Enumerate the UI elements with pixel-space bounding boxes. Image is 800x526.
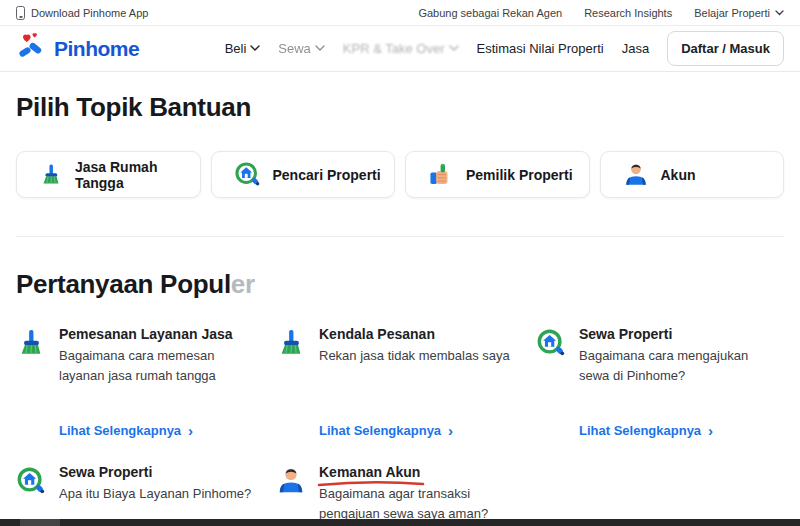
question-title: Pemesanan Layanan Jasa <box>59 326 233 342</box>
popular-title-faded: er <box>231 269 255 299</box>
nav-beli[interactable]: Beli <box>225 41 261 56</box>
chevron-down-icon <box>315 45 325 52</box>
question-body: Bagaimana cara memesan layanan jasa ruma… <box>59 346 260 386</box>
nav-beli-label: Beli <box>225 41 247 56</box>
question-title: Kendala Pesanan <box>319 326 435 342</box>
lihat-selengkapnya-link[interactable]: Lihat Selengkapnya › <box>319 411 453 438</box>
lihat-selengkapnya-link[interactable]: Lihat Selengkapnya › <box>579 411 713 438</box>
person-icon <box>276 466 306 496</box>
brand-wordmark: Pinhome <box>54 37 139 61</box>
footer-edge-highlight <box>20 519 60 526</box>
link-rekan-agen-label: Gabung sebagai Rekan Agen <box>418 7 562 19</box>
download-app-label: Download Pinhome App <box>31 7 148 19</box>
chevron-right-icon: › <box>188 423 193 438</box>
thumb-up-icon <box>428 162 454 188</box>
daftar-masuk-button[interactable]: Daftar / Masuk <box>667 31 784 66</box>
broom-icon <box>16 328 46 358</box>
red-underline-annotation <box>317 479 425 487</box>
house-search-icon <box>16 466 46 496</box>
nav-sewa-label: Sewa <box>278 41 311 56</box>
broom-icon <box>39 162 63 188</box>
page-title-text: Pilih Topik Bantuan <box>16 92 251 122</box>
question-sewa-properti-1: Sewa Properti Bagaimana cara mengajukan … <box>536 326 780 438</box>
link-research-insights-label: Research Insights <box>584 7 672 19</box>
nav-jasa-label: Jasa <box>622 41 649 56</box>
popular-questions-grid: Pemesanan Layanan Jasa Bagaimana cara me… <box>0 300 800 526</box>
nav-kpr-take-over[interactable]: KPR & Take Over <box>343 41 459 56</box>
link-belajar-properti[interactable]: Belajar Properti <box>694 7 784 19</box>
nav-estimasi-nilai-properti[interactable]: Estimasi Nilai Properti <box>477 41 604 56</box>
chevron-right-icon: › <box>708 423 713 438</box>
link-belajar-properti-label: Belajar Properti <box>694 7 770 19</box>
question-body: Bagaimana cara mengajukan sewa di Pinhom… <box>579 346 780 386</box>
topic-cards: Jasa Rumah Tangga Pencari Properti Pemil… <box>0 123 800 198</box>
nav-sewa[interactable]: Sewa <box>278 41 325 56</box>
house-search-icon <box>234 161 261 188</box>
nav-kpr-take-over-label: KPR & Take Over <box>343 41 445 56</box>
topic-card-label: Pemilik Properti <box>466 167 573 183</box>
question-title-text: Kemanan Akun <box>319 464 420 480</box>
question-kendala-pesanan: Kendala Pesanan Rekan jasa tidak membala… <box>276 326 520 438</box>
utility-links: Gabung sebagai Rekan Agen Research Insig… <box>418 7 784 19</box>
question-sewa-properti-2: Sewa Properti Apa itu Biaya Layanan Pinh… <box>16 464 260 526</box>
main-header: Pinhome Beli Sewa KPR & Take Over Estima… <box>0 26 800 72</box>
person-icon <box>623 162 649 188</box>
footer-top-edge <box>0 519 800 526</box>
question-title: Sewa Properti <box>579 326 672 342</box>
chevron-right-icon: › <box>448 423 453 438</box>
question-title: Sewa Properti <box>59 464 152 480</box>
lihat-selengkapnya-link[interactable]: Lihat Selengkapnya › <box>59 411 193 438</box>
utility-bar: Download Pinhome App Gabung sebagai Reka… <box>0 0 800 26</box>
nav-jasa[interactable]: Jasa <box>622 41 649 56</box>
nav-estimasi-label: Estimasi Nilai Properti <box>477 41 604 56</box>
link-research-insights[interactable]: Research Insights <box>584 7 672 19</box>
download-app-link[interactable]: Download Pinhome App <box>16 6 148 20</box>
topic-card-pemilik-properti[interactable]: Pemilik Properti <box>405 151 590 198</box>
topic-card-label: Pencari Properti <box>273 167 381 183</box>
popular-title: Pertanyaan Populer <box>0 237 800 300</box>
pinhome-logo[interactable]: Pinhome <box>16 33 139 65</box>
link-label: Lihat Selengkapnya <box>319 423 441 438</box>
chevron-down-icon <box>775 10 784 16</box>
main-nav: Beli Sewa KPR & Take Over Estimasi Nilai… <box>225 31 784 66</box>
broom-icon <box>276 328 306 358</box>
question-body: Rekan jasa tidak membalas saya <box>319 346 520 366</box>
question-title: Kemanan Akun <box>319 464 420 480</box>
topic-card-akun[interactable]: Akun <box>600 151 785 198</box>
popular-title-main: Pertanyaan Popul <box>16 269 231 299</box>
question-keamanan-akun: Kemanan Akun Bagaimana agar transaksi pe… <box>276 464 520 526</box>
link-label: Lihat Selengkapnya <box>59 423 181 438</box>
chevron-down-icon <box>449 45 459 52</box>
link-label: Lihat Selengkapnya <box>579 423 701 438</box>
topic-card-pencari-properti[interactable]: Pencari Properti <box>211 151 396 198</box>
question-pemesanan-layanan-jasa: Pemesanan Layanan Jasa Bagaimana cara me… <box>16 326 260 438</box>
phone-icon <box>16 6 25 20</box>
topic-card-jasa-rumah-tangga[interactable]: Jasa Rumah Tangga <box>16 151 201 198</box>
question-body: Apa itu Biaya Layanan Pinhome? <box>59 484 260 504</box>
topic-card-label: Akun <box>661 167 696 183</box>
topic-card-label: Jasa Rumah Tangga <box>75 159 200 191</box>
link-rekan-agen[interactable]: Gabung sebagai Rekan Agen <box>418 7 562 19</box>
house-search-icon <box>536 328 566 358</box>
pinhome-logo-icon <box>16 33 50 65</box>
page-title: Pilih Topik Bantuan <box>0 72 800 123</box>
chevron-down-icon <box>250 45 260 52</box>
